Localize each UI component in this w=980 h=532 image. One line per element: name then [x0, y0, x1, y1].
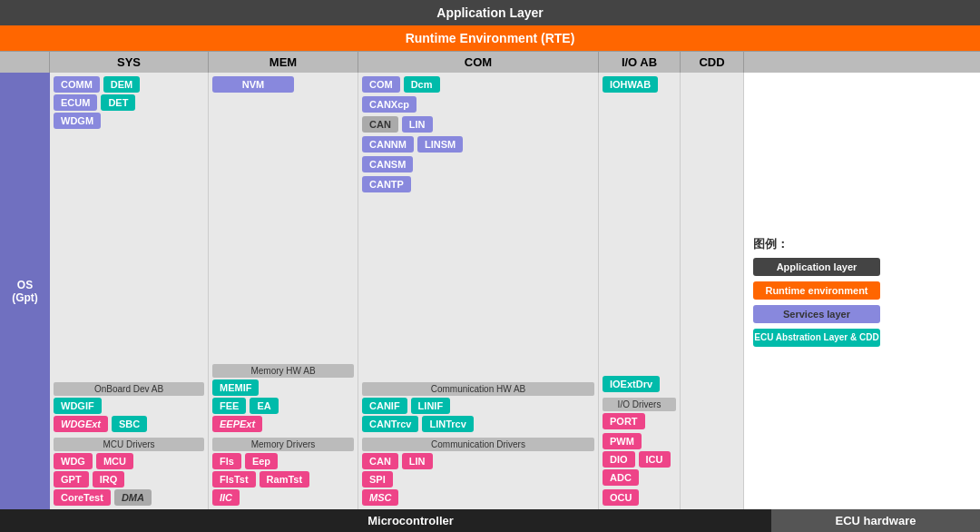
legend-ecu-box: ECU Abstration Layer & CDD [753, 329, 880, 347]
memory-drivers-section: Memory Drivers Fls Eep FlsTst RamTst IIC [212, 438, 354, 506]
legend-column: 图例： Application layer Runtime environmen… [744, 73, 980, 509]
com-row4: CANNM LINSM [362, 136, 594, 153]
com-row5: CANSM [362, 156, 594, 172]
com-column: COM Dcm CANXcp CAN LIN CANNM LINSM CANSM… [358, 73, 599, 509]
chip-lintrcv: LINTrcv [422, 416, 473, 432]
com-row3: CAN LIN [362, 116, 594, 133]
chip-nvm: NVM [212, 76, 294, 93]
chip-cantp: CANTP [362, 176, 411, 192]
chip-canif: CANIF [362, 398, 407, 414]
chip-eep: Eep [245, 453, 278, 469]
io-drivers-section: I/O Drivers PORT PWM DIO ICU ADC OCU [603, 398, 676, 506]
ioextdrv-row: IOExtDrv [603, 376, 676, 392]
mcu-drivers-label: MCU Drivers [54, 438, 204, 451]
col-header-mem: MEM [209, 52, 358, 73]
chip-iohwab: IOHWAB [603, 76, 658, 93]
mem-column: NVM Memory HW AB MEMIF FEE EA EEPExt Mem… [209, 73, 358, 509]
comm-drivers-section: Communication Drivers CAN LIN SPI MSC [362, 438, 594, 506]
chip-can: CAN [362, 116, 398, 133]
chip-dio: DIO [603, 451, 635, 468]
ioab-row1: IOHWAB [603, 76, 676, 93]
comm-hw-ab-label: Communication HW AB [362, 382, 594, 396]
col-header-sys: SYS [50, 52, 209, 73]
chip-pwm: PWM [603, 433, 642, 449]
content-area: OS (Gpt) COMM DEM ECUM DET WDGM OnBoard … [0, 73, 980, 509]
app-layer-bar: Application Layer [0, 0, 980, 25]
legend-item-rte: Runtime environment [753, 281, 971, 300]
chip-ioextdrv: IOExtDrv [603, 376, 660, 392]
com-row6: CANTP [362, 176, 594, 192]
chip-flstst: FlsTst [212, 471, 256, 488]
sys-row1: COMM DEM [54, 76, 204, 93]
chip-msc: MSC [362, 489, 398, 506]
chip-fls: Fls [212, 453, 241, 469]
os-label: OS (Gpt) [0, 73, 50, 509]
chip-eepext: EEPExt [212, 416, 262, 432]
io-driver-row2: DIO ICU [603, 451, 676, 468]
wdgif-row: WDGIF [54, 398, 204, 414]
cdd-column [681, 73, 744, 509]
chip-ocu: OCU [603, 489, 639, 506]
comm-driver-row1: CAN LIN [362, 453, 594, 469]
sys-row3: WDGM [54, 113, 204, 129]
ioab-column: IOHWAB IOExtDrv I/O Drivers PORT PWM DIO… [599, 73, 681, 509]
comm-drivers-label: Communication Drivers [362, 438, 594, 451]
chip-wdgm: WDGM [54, 113, 101, 129]
com-row2: CANXcp [362, 96, 594, 113]
memory-hw-ab-label: Memory HW AB [212, 364, 354, 378]
chip-spi: SPI [362, 471, 393, 488]
chip-dcm: Dcm [404, 76, 440, 93]
io-driver-row3: ADC OCU [603, 469, 676, 506]
rte-bar: Runtime Environment (RTE) [0, 25, 980, 51]
chip-can-drv: CAN [362, 453, 398, 469]
chip-cannm: CANNM [362, 136, 414, 153]
chip-ecum: ECUM [54, 94, 97, 111]
col-header-ioab: I/O AB [599, 52, 681, 73]
chip-sbc: SBC [112, 416, 147, 432]
memif-row: MEMIF [212, 379, 354, 396]
chip-cansm: CANSM [362, 156, 413, 172]
chip-canxcp: CANXcp [362, 96, 416, 113]
bottom-ecu-label: ECU hardware [771, 509, 980, 532]
chip-coretest: CoreTest [54, 489, 111, 506]
onboard-dev-ab-section: OnBoard Dev AB WDGIF WDGExt SBC [54, 382, 204, 432]
chip-adc: ADC [603, 469, 639, 486]
col-header-cdd: CDD [681, 52, 744, 73]
chip-det: DET [101, 94, 135, 111]
sys-row2: ECUM DET [54, 94, 204, 111]
legend-item-ecu: ECU Abstration Layer & CDD [753, 329, 971, 347]
chip-wdgext: WDGExt [54, 416, 108, 432]
mem-driver-row2: FlsTst RamTst [212, 471, 354, 488]
chip-dma: DMA [114, 489, 152, 506]
chip-com: COM [362, 76, 400, 93]
mcu-driver-row1: WDG MCU [54, 453, 204, 469]
chip-port: PORT [603, 413, 645, 429]
chip-memif: MEMIF [212, 379, 259, 396]
legend-app-box: Application layer [753, 258, 880, 276]
mem-driver-row1: Fls Eep [212, 453, 354, 469]
chip-cantrcv: CANTrcv [362, 416, 418, 432]
chip-icu: ICU [639, 451, 671, 468]
chip-lin: LIN [402, 116, 433, 133]
legend-item-app: Application layer [753, 258, 971, 276]
com-row1: COM Dcm [362, 76, 594, 93]
bottom-bars: Microcontroller ECU hardware [0, 509, 980, 532]
chip-mcu: MCU [96, 453, 133, 469]
comm-driver-row2: SPI [362, 471, 594, 488]
chip-linsm: LINSM [417, 136, 463, 153]
canif-row: CANIF LINIF [362, 398, 594, 414]
chip-comm: COMM [54, 76, 100, 93]
chip-wdg: WDG [54, 453, 93, 469]
main-container: Application Layer Runtime Environment (R… [0, 0, 980, 532]
col-headers-row: SYS MEM COM I/O AB CDD [0, 51, 980, 73]
comm-driver-row3: MSC [362, 489, 594, 506]
legend-services-box: Services layer [753, 305, 880, 323]
chip-dem: DEM [103, 76, 140, 93]
wdgext-row: WDGExt SBC [54, 416, 204, 432]
mem-row1: NVM [212, 76, 354, 93]
bottom-mcu-label: Microcontroller [50, 509, 771, 532]
io-driver-row1: PORT PWM [603, 413, 676, 449]
chip-linif: LINIF [411, 398, 451, 414]
chip-fee: FEE [212, 398, 246, 414]
legend-rte-box: Runtime environment [753, 281, 880, 300]
